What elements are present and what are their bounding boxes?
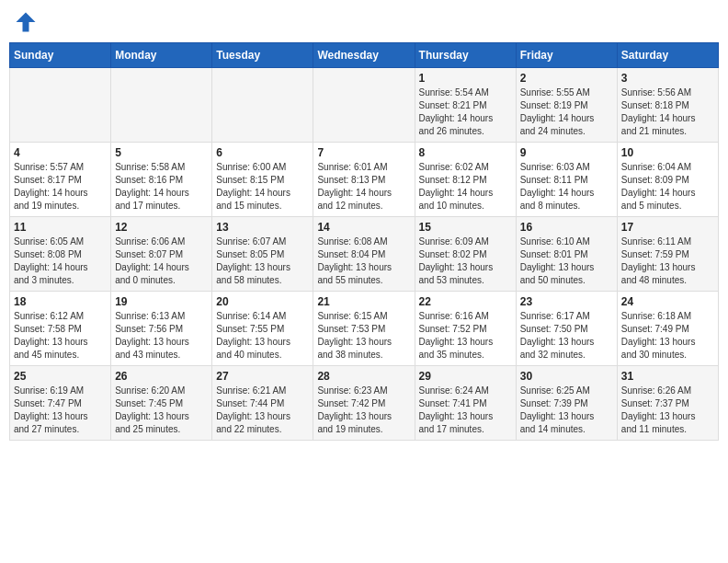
day-number: 9 <box>520 146 613 159</box>
calendar-cell: 14Sunrise: 6:08 AM Sunset: 8:04 PM Dayli… <box>313 217 415 292</box>
day-info: Sunrise: 6:06 AM Sunset: 8:07 PM Dayligh… <box>115 236 208 287</box>
weekday-header-row: SundayMondayTuesdayWednesdayThursdayFrid… <box>10 43 719 68</box>
day-info: Sunrise: 6:09 AM Sunset: 8:02 PM Dayligh… <box>419 236 512 287</box>
day-info: Sunrise: 6:13 AM Sunset: 7:56 PM Dayligh… <box>115 310 208 362</box>
day-number: 29 <box>419 370 512 383</box>
calendar-cell: 3Sunrise: 5:56 AM Sunset: 8:18 PM Daylig… <box>617 68 718 143</box>
day-info: Sunrise: 6:03 AM Sunset: 8:11 PM Dayligh… <box>520 161 613 213</box>
calendar-cell <box>212 68 313 143</box>
day-info: Sunrise: 6:23 AM Sunset: 7:42 PM Dayligh… <box>317 385 410 436</box>
calendar-cell: 26Sunrise: 6:20 AM Sunset: 7:45 PM Dayli… <box>111 366 212 441</box>
day-number: 15 <box>419 221 512 234</box>
calendar-cell: 12Sunrise: 6:06 AM Sunset: 8:07 PM Dayli… <box>111 217 212 292</box>
day-number: 31 <box>621 370 714 383</box>
day-number: 17 <box>621 221 714 234</box>
day-number: 16 <box>520 221 613 234</box>
day-info: Sunrise: 6:01 AM Sunset: 8:13 PM Dayligh… <box>317 161 410 213</box>
day-info: Sunrise: 6:11 AM Sunset: 7:59 PM Dayligh… <box>621 236 714 287</box>
calendar-header: SundayMondayTuesdayWednesdayThursdayFrid… <box>10 43 719 68</box>
day-number: 10 <box>621 146 714 159</box>
day-info: Sunrise: 6:25 AM Sunset: 7:39 PM Dayligh… <box>520 385 613 436</box>
weekday-header-monday: Monday <box>111 43 212 68</box>
calendar-cell: 7Sunrise: 6:01 AM Sunset: 8:13 PM Daylig… <box>313 143 415 217</box>
day-number: 1 <box>419 72 512 85</box>
day-info: Sunrise: 6:19 AM Sunset: 7:47 PM Dayligh… <box>14 385 107 436</box>
calendar-table: SundayMondayTuesdayWednesdayThursdayFrid… <box>9 42 719 441</box>
day-info: Sunrise: 5:57 AM Sunset: 8:17 PM Dayligh… <box>14 161 107 213</box>
calendar-cell: 21Sunrise: 6:15 AM Sunset: 7:53 PM Dayli… <box>313 292 415 366</box>
calendar-cell: 15Sunrise: 6:09 AM Sunset: 8:02 PM Dayli… <box>415 217 516 292</box>
calendar-cell: 29Sunrise: 6:24 AM Sunset: 7:41 PM Dayli… <box>415 366 516 441</box>
day-number: 18 <box>14 295 107 308</box>
day-number: 6 <box>216 146 309 159</box>
day-number: 23 <box>520 295 613 308</box>
weekday-header-saturday: Saturday <box>617 43 718 68</box>
calendar-cell: 6Sunrise: 6:00 AM Sunset: 8:15 PM Daylig… <box>212 143 313 217</box>
day-number: 12 <box>115 221 208 234</box>
day-number: 24 <box>621 295 714 308</box>
day-info: Sunrise: 6:14 AM Sunset: 7:55 PM Dayligh… <box>216 310 309 362</box>
day-info: Sunrise: 6:00 AM Sunset: 8:15 PM Dayligh… <box>216 161 309 213</box>
calendar-cell: 31Sunrise: 6:26 AM Sunset: 7:37 PM Dayli… <box>617 366 718 441</box>
calendar-week-2: 4Sunrise: 5:57 AM Sunset: 8:17 PM Daylig… <box>10 143 719 217</box>
day-number: 28 <box>317 370 410 383</box>
calendar-cell: 17Sunrise: 6:11 AM Sunset: 7:59 PM Dayli… <box>617 217 718 292</box>
calendar-week-1: 1Sunrise: 5:54 AM Sunset: 8:21 PM Daylig… <box>10 68 719 143</box>
page-header <box>9 9 719 35</box>
calendar-week-5: 25Sunrise: 6:19 AM Sunset: 7:47 PM Dayli… <box>10 366 719 441</box>
calendar-body: 1Sunrise: 5:54 AM Sunset: 8:21 PM Daylig… <box>10 68 719 441</box>
calendar-cell: 19Sunrise: 6:13 AM Sunset: 7:56 PM Dayli… <box>111 292 212 366</box>
day-info: Sunrise: 6:05 AM Sunset: 8:08 PM Dayligh… <box>14 236 107 287</box>
weekday-header-thursday: Thursday <box>415 43 516 68</box>
calendar-cell: 1Sunrise: 5:54 AM Sunset: 8:21 PM Daylig… <box>415 68 516 143</box>
day-number: 20 <box>216 295 309 308</box>
day-info: Sunrise: 6:20 AM Sunset: 7:45 PM Dayligh… <box>115 385 208 436</box>
calendar-cell: 20Sunrise: 6:14 AM Sunset: 7:55 PM Dayli… <box>212 292 313 366</box>
day-number: 22 <box>419 295 512 308</box>
day-info: Sunrise: 5:54 AM Sunset: 8:21 PM Dayligh… <box>419 86 512 138</box>
calendar-cell: 11Sunrise: 6:05 AM Sunset: 8:08 PM Dayli… <box>10 217 111 292</box>
calendar-cell: 9Sunrise: 6:03 AM Sunset: 8:11 PM Daylig… <box>516 143 617 217</box>
calendar-cell: 13Sunrise: 6:07 AM Sunset: 8:05 PM Dayli… <box>212 217 313 292</box>
calendar-cell: 10Sunrise: 6:04 AM Sunset: 8:09 PM Dayli… <box>617 143 718 217</box>
day-info: Sunrise: 5:55 AM Sunset: 8:19 PM Dayligh… <box>520 86 613 138</box>
calendar-cell: 18Sunrise: 6:12 AM Sunset: 7:58 PM Dayli… <box>10 292 111 366</box>
logo <box>13 9 42 35</box>
day-number: 27 <box>216 370 309 383</box>
day-info: Sunrise: 6:04 AM Sunset: 8:09 PM Dayligh… <box>621 161 714 213</box>
day-number: 14 <box>317 221 410 234</box>
day-number: 13 <box>216 221 309 234</box>
calendar-cell: 25Sunrise: 6:19 AM Sunset: 7:47 PM Dayli… <box>10 366 111 441</box>
day-info: Sunrise: 6:15 AM Sunset: 7:53 PM Dayligh… <box>317 310 410 362</box>
day-info: Sunrise: 5:56 AM Sunset: 8:18 PM Dayligh… <box>621 86 714 138</box>
calendar-cell: 28Sunrise: 6:23 AM Sunset: 7:42 PM Dayli… <box>313 366 415 441</box>
day-number: 25 <box>14 370 107 383</box>
day-number: 8 <box>419 146 512 159</box>
calendar-cell: 23Sunrise: 6:17 AM Sunset: 7:50 PM Dayli… <box>516 292 617 366</box>
day-info: Sunrise: 6:16 AM Sunset: 7:52 PM Dayligh… <box>419 310 512 362</box>
weekday-header-tuesday: Tuesday <box>212 43 313 68</box>
day-number: 3 <box>621 72 714 85</box>
day-info: Sunrise: 6:17 AM Sunset: 7:50 PM Dayligh… <box>520 310 613 362</box>
day-info: Sunrise: 6:26 AM Sunset: 7:37 PM Dayligh… <box>621 385 714 436</box>
day-info: Sunrise: 6:18 AM Sunset: 7:49 PM Dayligh… <box>621 310 714 362</box>
calendar-week-4: 18Sunrise: 6:12 AM Sunset: 7:58 PM Dayli… <box>10 292 719 366</box>
calendar-cell: 30Sunrise: 6:25 AM Sunset: 7:39 PM Dayli… <box>516 366 617 441</box>
calendar-cell: 4Sunrise: 5:57 AM Sunset: 8:17 PM Daylig… <box>10 143 111 217</box>
day-number: 26 <box>115 370 208 383</box>
day-number: 21 <box>317 295 410 308</box>
day-info: Sunrise: 6:10 AM Sunset: 8:01 PM Dayligh… <box>520 236 613 287</box>
calendar-cell: 2Sunrise: 5:55 AM Sunset: 8:19 PM Daylig… <box>516 68 617 143</box>
day-info: Sunrise: 6:07 AM Sunset: 8:05 PM Dayligh… <box>216 236 309 287</box>
day-number: 4 <box>14 146 107 159</box>
day-number: 19 <box>115 295 208 308</box>
weekday-header-sunday: Sunday <box>10 43 111 68</box>
svg-marker-0 <box>17 13 36 32</box>
calendar-cell <box>111 68 212 143</box>
calendar-cell: 27Sunrise: 6:21 AM Sunset: 7:44 PM Dayli… <box>212 366 313 441</box>
calendar-cell: 22Sunrise: 6:16 AM Sunset: 7:52 PM Dayli… <box>415 292 516 366</box>
day-info: Sunrise: 6:12 AM Sunset: 7:58 PM Dayligh… <box>14 310 107 362</box>
calendar-cell: 16Sunrise: 6:10 AM Sunset: 8:01 PM Dayli… <box>516 217 617 292</box>
day-info: Sunrise: 6:24 AM Sunset: 7:41 PM Dayligh… <box>419 385 512 436</box>
calendar-cell: 5Sunrise: 5:58 AM Sunset: 8:16 PM Daylig… <box>111 143 212 217</box>
